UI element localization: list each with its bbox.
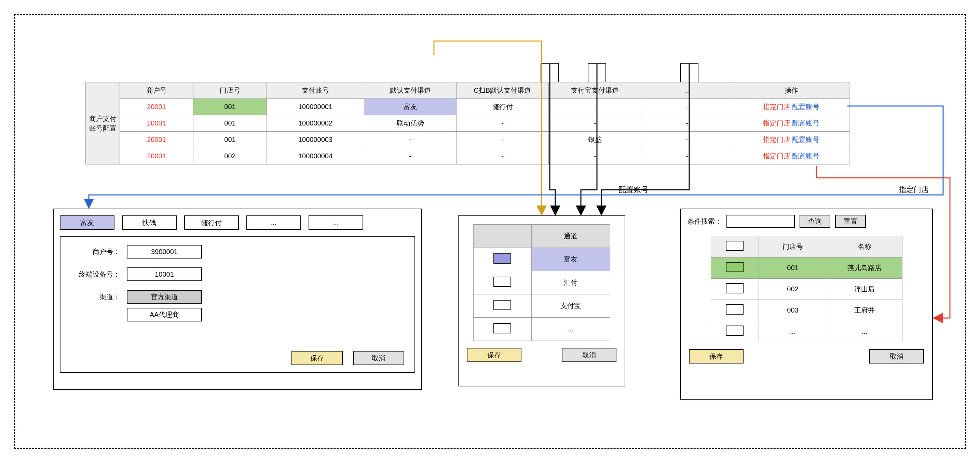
tab-more-1[interactable]: ... (247, 216, 301, 230)
channel-select-panel: 通道 富友 汇付 支付宝 ... 保存 取消 (458, 216, 625, 386)
th-cb: C扫B默认支付渠道 (457, 82, 549, 99)
checkbox[interactable] (726, 304, 743, 315)
bracket-3 (680, 63, 698, 82)
table-row: 20001 001 100000001 富友 随行付 - - 指定门店 配置账号 (86, 99, 850, 115)
list-item: 003王府井 (711, 300, 902, 321)
config-account-link[interactable]: 配置账号 (792, 152, 819, 160)
table-row: 20001 002 100000004 - - - - 指定门店 配置账号 (86, 148, 850, 164)
rowhead: 商户支付账号配置 (86, 82, 120, 164)
assign-store-link[interactable]: 指定门店 (763, 103, 791, 110)
flow-label-config: 配置账号 (619, 185, 649, 195)
checkbox[interactable] (726, 283, 743, 294)
th-store: 门店号 (193, 82, 267, 99)
flow-label-assign: 指定门店 (899, 185, 929, 195)
terminal-input[interactable]: 10001 (127, 267, 202, 281)
tab-kuaiqian[interactable]: 快钱 (122, 216, 177, 230)
assign-store-link[interactable]: 指定门店 (763, 152, 791, 160)
config-account-link[interactable]: 配置账号 (792, 119, 819, 127)
save-button[interactable]: 保存 (467, 348, 522, 362)
mid-th-sel (473, 225, 531, 248)
merchant-pay-config-table: 商户支付账号配置 商户号 门店号 支付账号 默认支付渠道 C扫B默认支付渠道 支… (86, 82, 850, 164)
th-ops: 操作 (733, 82, 850, 99)
rt-th-name: 名称 (827, 236, 902, 257)
assign-store-panel: 条件搜索： 查询 重置 门店号 名称 001燕儿岛路店 002浮山后 003王府… (680, 209, 933, 400)
checkbox-all[interactable] (726, 241, 743, 251)
table-row: 20001 001 100000003 - - 银盛 - 指定门店 配置账号 (86, 132, 850, 148)
checkbox[interactable] (493, 300, 511, 310)
list-item: 富友 (473, 248, 610, 271)
search-label: 条件搜索： (687, 217, 722, 226)
mid-th-chan: 通道 (531, 225, 610, 248)
cancel-button[interactable]: 取消 (869, 349, 924, 364)
th-defchan: 默认支付渠道 (364, 82, 457, 99)
th-ali: 支付宝支付渠道 (549, 82, 641, 99)
rt-th-code: 门店号 (759, 236, 827, 257)
tab-more-2[interactable]: ... (309, 216, 363, 230)
config-account-link[interactable]: 配置账号 (792, 136, 819, 143)
config-account-panel: 富友 快钱 随行付 ... ... 商户号： 3900001 终端设备号： 10… (53, 209, 422, 390)
save-button[interactable]: 保存 (291, 351, 343, 365)
channel-opt-aa[interactable]: AA代理商 (127, 308, 202, 321)
list-item: ... (473, 318, 610, 341)
list-item: 001燕儿岛路店 (711, 257, 902, 279)
table-row: 20001 001 100000002 联动优势 - - - 指定门店 配置账号 (86, 115, 850, 132)
list-item: 002浮山后 (711, 279, 902, 300)
reset-button[interactable]: 重置 (835, 215, 866, 228)
tab-fuyou[interactable]: 富友 (60, 216, 115, 230)
list-item: 支付宝 (473, 294, 610, 318)
th-etc: ... (641, 82, 733, 99)
checkbox[interactable] (493, 253, 511, 263)
checkbox[interactable] (726, 262, 743, 272)
channel-label: 渠道： (72, 292, 127, 302)
search-input[interactable] (727, 215, 795, 228)
bracket-2 (588, 63, 606, 82)
form-box: 商户号： 3900001 终端设备号： 10001 渠道： 官方渠道 AA代理商… (60, 236, 415, 373)
cancel-button[interactable]: 取消 (562, 348, 616, 362)
channel-opt-official[interactable]: 官方渠道 (127, 290, 202, 303)
merchant-label: 商户号： (72, 247, 127, 257)
list-item: 汇付 (473, 271, 610, 294)
rt-th-sel (711, 236, 759, 257)
checkbox[interactable] (726, 326, 743, 336)
terminal-label: 终端设备号： (72, 270, 127, 279)
assign-store-link[interactable]: 指定门店 (763, 136, 791, 143)
config-account-link[interactable]: 配置账号 (792, 103, 819, 110)
cancel-button[interactable]: 取消 (353, 351, 404, 365)
bracket-1 (541, 63, 559, 82)
list-item: ...... (711, 321, 902, 342)
tab-suixingfu[interactable]: 随行付 (184, 216, 239, 230)
save-button[interactable]: 保存 (689, 349, 743, 364)
query-button[interactable]: 查询 (800, 215, 830, 228)
assign-store-link[interactable]: 指定门店 (763, 119, 791, 127)
checkbox[interactable] (493, 277, 511, 287)
checkbox[interactable] (493, 323, 511, 334)
th-merchant: 商户号 (120, 82, 193, 99)
th-account: 支付账号 (267, 82, 364, 99)
merchant-input[interactable]: 3900001 (127, 245, 202, 259)
